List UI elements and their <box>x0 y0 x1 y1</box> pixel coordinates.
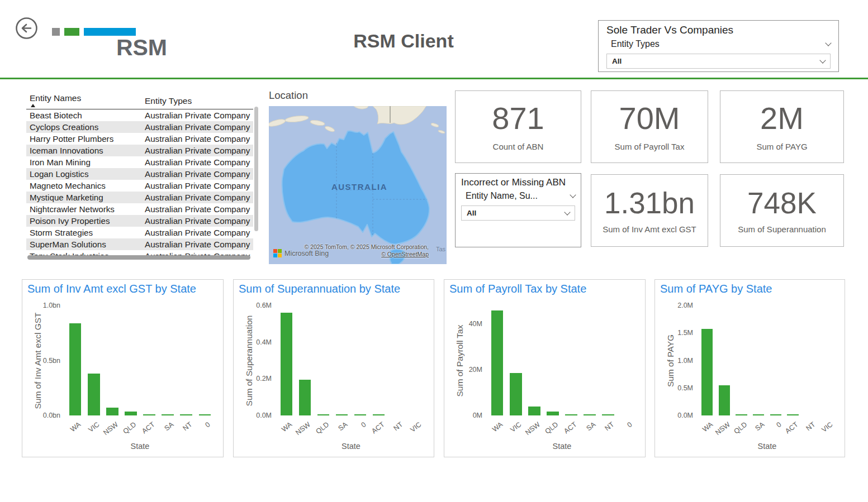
y-tick-label: 0M <box>444 412 482 419</box>
vertical-scrollbar[interactable] <box>254 107 258 231</box>
x-category-label: 0 <box>204 420 212 429</box>
table-cell: Australian Private Company <box>141 156 253 168</box>
back-button[interactable] <box>15 17 38 40</box>
y-tick-label: 0.4M <box>234 338 272 346</box>
x-category-label: NT <box>181 420 193 432</box>
x-category-label: 0 <box>359 420 367 429</box>
map-sea-label: Tas <box>436 246 445 252</box>
table-cell: Australian Private Company <box>141 215 253 227</box>
y-tick-label: 0.5M <box>655 384 693 392</box>
y-tick-label: 0.2M <box>234 375 272 383</box>
table-row[interactable]: Mystique MarketingAustralian Private Com… <box>26 192 253 203</box>
slicer-field-label: Entity Name, Su... <box>466 191 538 201</box>
bar[interactable] <box>299 380 311 415</box>
x-category-label: ACT <box>370 420 386 435</box>
table-row[interactable]: Iron Man MiningAustralian Private Compan… <box>26 156 253 168</box>
y-tick-label: 1.0bn <box>22 302 60 309</box>
bar[interactable] <box>491 310 504 415</box>
column-header-entity-types[interactable]: Entity Types <box>141 91 253 109</box>
bar[interactable] <box>162 414 174 415</box>
slicer-title: Incorrect or Missing ABN <box>461 177 575 188</box>
bar[interactable] <box>143 414 155 415</box>
bar[interactable] <box>106 408 118 415</box>
column-header-entity-names[interactable]: Entity Names <box>26 91 141 109</box>
bar[interactable] <box>528 407 540 415</box>
table-row[interactable]: Magneto MechanicsAustralian Private Comp… <box>26 180 253 192</box>
table-row[interactable]: Iceman InnovationsAustralian Private Com… <box>26 145 253 156</box>
incorrect-abn-dropdown[interactable]: All <box>461 205 575 221</box>
bar[interactable] <box>602 414 614 415</box>
bar[interactable] <box>736 414 747 415</box>
table-cell: Poison Ivy Properties <box>26 215 141 227</box>
x-category-label: QLD <box>314 420 330 436</box>
bar[interactable] <box>354 414 367 415</box>
y-axis-label: Sum of Superannuation <box>244 315 254 406</box>
bar[interactable] <box>336 414 348 415</box>
chevron-down-icon[interactable] <box>570 192 576 198</box>
map-country-label: AUSTRALIA <box>331 182 387 192</box>
bar[interactable] <box>787 414 798 415</box>
slicer-field-header[interactable]: Entity Name, Su... <box>461 191 575 201</box>
chevron-down-icon[interactable] <box>825 40 831 46</box>
bar[interactable] <box>373 414 385 415</box>
x-category-label: SA <box>753 420 766 432</box>
x-category-label: NT <box>603 420 615 432</box>
bar[interactable] <box>69 323 82 415</box>
kpi-count-of-abn: 871 Count of ABN <box>455 90 581 163</box>
bar[interactable] <box>584 414 596 415</box>
table-cell: SuperMan Solutions <box>26 238 141 250</box>
slicer-field-label: Entity Types <box>611 39 660 49</box>
bar[interactable] <box>317 414 330 415</box>
table-cell: Australian Private Company <box>141 203 253 215</box>
kpi-value: 748K <box>747 188 817 219</box>
table-row[interactable]: Poison Ivy PropertiesAustralian Private … <box>26 215 253 227</box>
table-row[interactable]: Harry Potter PlumbersAustralian Private … <box>26 133 253 145</box>
x-category-label: QLD <box>732 420 748 436</box>
bar[interactable] <box>770 414 781 415</box>
x-axis-label: State <box>488 442 636 451</box>
table-row[interactable]: Cyclops CreationsAustralian Private Comp… <box>26 121 253 133</box>
x-category-label: VIC <box>820 420 834 434</box>
x-category-label: 0 <box>775 420 782 429</box>
y-tick-label: 0.0M <box>234 412 272 419</box>
x-category-label: NSW <box>714 420 732 437</box>
kpi-sum-of-payg: 2M Sum of PAYG <box>720 90 844 163</box>
chevron-down-icon <box>564 209 570 215</box>
rsm-logo-green-bar <box>64 28 79 36</box>
slicer-field-header[interactable]: Entity Types <box>606 39 831 49</box>
table-row[interactable]: Beast BiotechAustralian Private Company <box>26 109 253 122</box>
bar[interactable] <box>753 414 764 415</box>
x-category-label: NSW <box>102 420 120 437</box>
y-tick-label: 1.0M <box>655 357 693 365</box>
bar[interactable] <box>88 374 100 415</box>
entity-types-dropdown[interactable]: All <box>606 54 831 69</box>
location-map[interactable]: AUSTRALIA <box>269 106 447 264</box>
bar[interactable] <box>125 412 137 415</box>
x-category-label: QLD <box>122 420 138 436</box>
bar[interactable] <box>510 373 522 415</box>
bar[interactable] <box>565 414 577 415</box>
bar[interactable] <box>180 414 192 415</box>
rsm-logo-text: RSM <box>83 36 167 59</box>
y-tick-label: 0.0M <box>655 412 693 419</box>
horizontal-scrollbar[interactable] <box>27 255 250 260</box>
rsm-logo-gray-square <box>52 28 60 36</box>
bar-chart-superannuation-by-state: Sum of Superannuation by StateSum of Sup… <box>233 279 434 457</box>
table-cell: Nightcrawler Networks <box>26 203 141 215</box>
bar[interactable] <box>199 414 211 415</box>
table-row[interactable]: Logan LogisticsAustralian Private Compan… <box>26 168 253 180</box>
table-row[interactable]: Nightcrawler NetworksAustralian Private … <box>26 203 253 215</box>
dropdown-value: All <box>467 209 476 217</box>
bar[interactable] <box>281 313 293 415</box>
back-arrow-icon <box>22 25 31 32</box>
x-category-label: NSW <box>524 420 542 437</box>
bar[interactable] <box>547 412 559 415</box>
sort-ascending-icon <box>31 104 35 107</box>
table-row[interactable]: Storm StrategiesAustralian Private Compa… <box>26 227 253 238</box>
openstreetmap-link[interactable]: © OpenStreetMap <box>381 251 429 257</box>
bar[interactable] <box>719 385 730 415</box>
table-row[interactable]: SuperMan SolutionsAustralian Private Com… <box>26 238 253 250</box>
bar[interactable] <box>701 329 713 415</box>
x-category-label: WA <box>491 420 504 433</box>
kpi-label: Sum of Inv Amt excl GST <box>603 224 696 234</box>
